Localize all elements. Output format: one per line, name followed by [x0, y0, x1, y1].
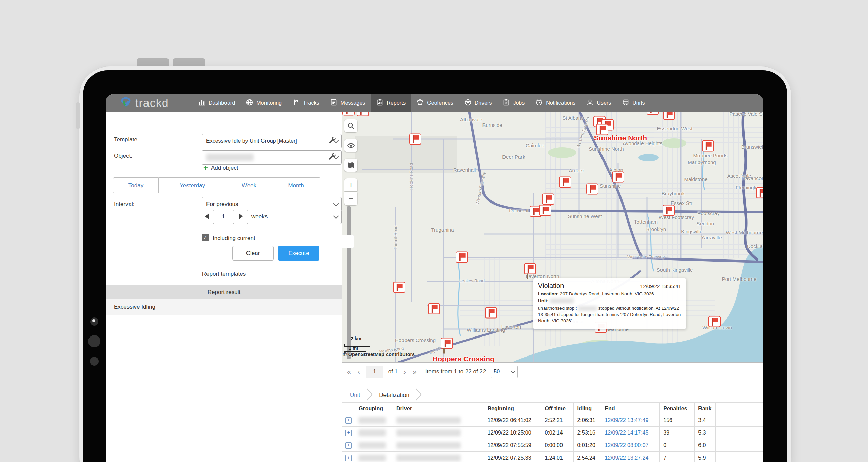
map-town-label: Maribyrnong — [688, 159, 716, 165]
violation-flag-marker[interactable] — [559, 177, 571, 188]
violation-flag-marker[interactable] — [342, 112, 355, 116]
tab-unit[interactable]: Unit — [347, 392, 363, 399]
including-current-checkbox[interactable]: ✓ — [202, 234, 209, 241]
violation-flag-marker[interactable] — [647, 112, 659, 115]
expand-row-icon[interactable]: + — [345, 455, 352, 461]
interval-unit-dropdown[interactable]: weeks — [247, 210, 342, 224]
add-object-button[interactable]: + Add object — [203, 165, 238, 171]
range-button-today[interactable]: Today — [113, 177, 159, 193]
tab-separator-chevron — [366, 388, 373, 402]
expand-row-icon[interactable]: + — [345, 442, 352, 449]
notifications-icon — [535, 99, 543, 108]
range-button-yesterday[interactable]: Yesterday — [159, 177, 226, 193]
nav-item-jobs[interactable]: Jobs — [497, 94, 530, 112]
prev-page-button[interactable]: ‹ — [357, 368, 361, 376]
popup-unit-inline-redacted — [578, 306, 597, 311]
execute-button[interactable]: Execute — [278, 246, 319, 261]
logo-text: trackd — [135, 96, 169, 110]
violation-flag-marker[interactable] — [485, 307, 497, 319]
interval-dropdown[interactable]: For previous — [202, 197, 342, 211]
cell-driver — [393, 452, 484, 462]
interval-count-input[interactable]: 1 — [213, 210, 234, 224]
object-wrench-icon[interactable] — [327, 153, 336, 161]
nav-item-reports[interactable]: Reports — [371, 94, 411, 112]
map-layers-button[interactable] — [344, 159, 357, 172]
violation-flag-marker[interactable] — [393, 282, 405, 293]
zoom-in-button[interactable]: + — [344, 178, 357, 191]
nav-item-users[interactable]: Users — [581, 94, 616, 112]
zoom-slider-handle[interactable] — [342, 235, 354, 248]
map-road-label: Leakes Road — [459, 278, 485, 283]
expand-row-icon[interactable]: + — [345, 417, 352, 424]
nav-item-geofences[interactable]: Geofences — [411, 94, 458, 112]
app-screen: trackd DashboardMonitoringTracksMessages… — [106, 94, 763, 462]
cell-penalties: 156 — [660, 414, 695, 426]
violation-flag-marker[interactable] — [663, 112, 675, 120]
template-dropdown[interactable]: Excessive Idle by Unit Group [Master] — [202, 134, 342, 148]
violation-flag-marker[interactable] — [524, 263, 536, 274]
page-size-select[interactable]: 50 — [491, 366, 518, 378]
popup-timestamp: 12/09/22 13:35:41 — [640, 283, 681, 289]
expand-row-icon[interactable]: + — [345, 430, 352, 436]
cell-end[interactable]: 12/09/22 14:17:45 — [601, 427, 660, 439]
violation-flag-marker[interactable] — [756, 187, 763, 198]
nav-item-notifications[interactable]: Notifications — [530, 94, 581, 112]
cell-end[interactable]: 12/09/22 08:00:07 — [601, 439, 660, 451]
map-town-label: West Melbourne — [726, 230, 763, 235]
object-dropdown[interactable] — [202, 150, 342, 165]
report-result-header[interactable]: Report result — [106, 285, 342, 300]
zoom-out-button[interactable]: − — [344, 192, 357, 205]
report-name-row[interactable]: Excessive Idling — [106, 299, 342, 315]
driver-redacted — [396, 455, 461, 461]
map-road-label: Hopkins Road — [409, 163, 414, 190]
nav-item-dashboard[interactable]: Dashboard — [193, 94, 240, 112]
report-templates-link[interactable]: Report templates — [106, 271, 342, 277]
app-logo[interactable]: trackd — [106, 96, 193, 110]
cell-end[interactable]: 12/09/22 13:47:49 — [601, 414, 660, 426]
violation-flag-marker[interactable] — [428, 303, 440, 314]
popup-unit-redacted — [550, 299, 574, 303]
violation-flag-marker[interactable] — [357, 112, 369, 116]
object-label: Object: — [114, 153, 132, 159]
violation-flag-marker[interactable] — [456, 252, 468, 263]
cell-end[interactable]: 12/09/22 13:27:24 — [601, 452, 660, 462]
nav-item-messages[interactable]: Messages — [324, 94, 371, 112]
violation-flag-marker[interactable] — [441, 338, 453, 349]
tablet-sensor-large — [88, 335, 100, 347]
nav-item-units[interactable]: Units — [616, 94, 650, 112]
template-wrench-icon[interactable] — [327, 136, 336, 145]
nav-item-tracks[interactable]: Tracks — [287, 94, 324, 112]
violation-flag-marker[interactable] — [596, 124, 608, 135]
violation-flag-marker[interactable] — [542, 194, 554, 205]
tab-detalization[interactable]: Detalization — [376, 392, 413, 399]
increment-arrow[interactable] — [239, 213, 243, 219]
violation-flag-marker[interactable] — [539, 205, 551, 216]
map-search-button[interactable] — [344, 119, 357, 132]
nav-item-drivers[interactable]: Drivers — [459, 94, 497, 112]
range-button-month[interactable]: Month — [272, 177, 320, 193]
map-town-label: Albanvale — [460, 117, 482, 122]
violation-flag-marker[interactable] — [586, 184, 598, 195]
page-number-input[interactable]: 1 — [366, 366, 383, 378]
dashboard-icon — [198, 99, 205, 108]
violation-flag-marker[interactable] — [409, 134, 421, 145]
first-page-button[interactable]: « — [346, 368, 352, 376]
cell-grouping — [355, 452, 393, 462]
grouping-redacted — [359, 429, 386, 436]
driver-redacted — [396, 417, 461, 424]
nav-item-label: Users — [597, 100, 611, 106]
decrement-arrow[interactable] — [205, 213, 209, 219]
violation-flag-marker[interactable] — [663, 205, 675, 216]
violation-flag-marker[interactable] — [702, 140, 714, 152]
range-button-week[interactable]: Week — [226, 177, 272, 193]
map-visibility-button[interactable] — [344, 139, 357, 152]
violation-flag-marker[interactable] — [612, 172, 624, 183]
next-page-button[interactable]: › — [402, 368, 407, 376]
map-canvas[interactable]: AlbanvaleSt AlbansBurnsideCairnleaDeer P… — [342, 112, 763, 362]
violation-flag-marker[interactable] — [708, 316, 721, 327]
column-header-End: End — [601, 403, 660, 414]
last-page-button[interactable]: » — [412, 368, 418, 376]
nav-item-monitoring[interactable]: Monitoring — [240, 94, 287, 112]
map-town-label: Travancore — [741, 175, 763, 181]
clear-button[interactable]: Clear — [232, 246, 274, 261]
